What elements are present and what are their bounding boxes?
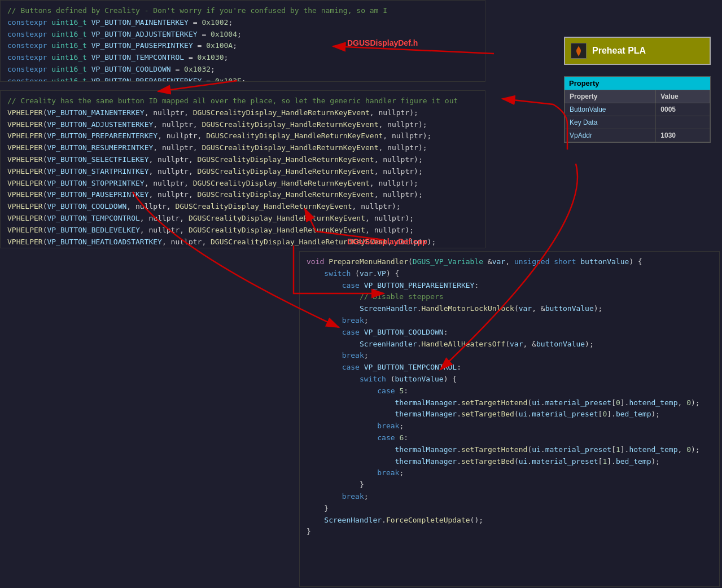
prop-value-keydata — [656, 116, 710, 129]
code-bot-26: } — [307, 503, 712, 515]
code-bot-25: break; — [307, 491, 712, 503]
preheat-pla-button[interactable]: Preheat PLA — [564, 37, 711, 65]
flame-icon — [571, 43, 587, 59]
code-bot-2: switch (var.VP) { — [307, 268, 712, 280]
code-bot-4: // Disable steppers — [307, 291, 712, 303]
code-bot-20: case 6: — [307, 432, 712, 444]
code-content-bottom: void PrepareMenuHandler(DGUS_VP_Variable… — [300, 252, 719, 542]
code-bot-15: thermalManager.setTargetHotend(ui.materi… — [307, 397, 712, 409]
code-mid-4: VPHELPER(VP_BUTTON_RESUMEPRINTKEY, nullp… — [7, 142, 478, 154]
code-bot-28: ScreenHandler.ForceCompleteUpdate(); — [307, 515, 712, 526]
code-bot-8: case VP_BUTTON_COOLDOWN: — [307, 327, 712, 339]
code-line-4: constexpr uint16_t VP_BUTTON_TEMPCONTROL… — [7, 52, 478, 64]
label-dgus-h: DGUSDisplayDef.h — [347, 38, 418, 47]
prop-row-vpaddr: VpAddr 1030 — [565, 129, 710, 142]
prop-label-vpaddr: VpAddr — [565, 129, 656, 142]
code-mid-8: VPHELPER(VP_BUTTON_PAUSEPRINTKEY, nullpt… — [7, 189, 478, 201]
prop-label-keydata: Key Data — [565, 116, 656, 129]
col-value: Value — [656, 90, 710, 103]
code-bot-18: break; — [307, 420, 712, 432]
code-mid-1: VPHELPER(VP_BUTTON_MAINENTERKEY, nullptr… — [7, 107, 478, 119]
code-mid-5: VPHELPER(VP_BUTTON_SELECTFILEKEY, nullpt… — [7, 154, 478, 166]
code-bot-14: case 5: — [307, 385, 712, 397]
code-bot-24: } — [307, 479, 712, 491]
code-bot-13: switch (buttonValue) { — [307, 374, 712, 385]
prop-label-buttonvalue: ButtonValue — [565, 103, 656, 116]
code-bot-3: case VP_BUTTON_PREPAREENTERKEY: — [307, 280, 712, 292]
col-property: Property — [565, 90, 656, 103]
code-mid-comment: // Creality has the same button ID mappe… — [7, 95, 478, 107]
code-bot-12: case VP_BUTTON_TEMPCONTROL: — [307, 362, 712, 374]
prop-row-keydata: Key Data — [565, 116, 710, 129]
code-bot-9: ScreenHandler.HandleAllHeatersOff(var, &… — [307, 339, 712, 350]
code-bot-22: thermalManager.setTargetBed(ui.material_… — [307, 456, 712, 468]
code-mid-11: VPHELPER(VP_BUTTON_BEDLEVELKEY, nullptr,… — [7, 225, 478, 236]
property-panel: Property Property Value ButtonValue 0005… — [564, 76, 711, 143]
prop-value-buttonvalue: 0005 — [656, 103, 710, 116]
code-bot-16: thermalManager.setTargetBed(ui.material_… — [307, 409, 712, 420]
property-panel-title: Property — [565, 77, 710, 90]
code-bot-6: break; — [307, 315, 712, 327]
code-bot-21: thermalManager.setTargetHotend(ui.materi… — [307, 444, 712, 456]
prop-value-vpaddr: 1030 — [656, 129, 710, 142]
code-panel-bottom: void PrepareMenuHandler(DGUS_VP_Variable… — [299, 251, 720, 587]
code-mid-2: VPHELPER(VP_BUTTON_ADJUSTENTERKEY, nullp… — [7, 119, 478, 131]
code-line-6: constexpr uint16_t VP_BUTTON_PREPAREENTE… — [7, 76, 478, 82]
code-mid-3: VPHELPER(VP_BUTTON_PREPAREENTERKEY, null… — [7, 130, 478, 142]
property-table: Property Value ButtonValue 0005 Key Data… — [565, 90, 710, 142]
code-bot-29: } — [307, 526, 712, 538]
code-mid-7: VPHELPER(VP_BUTTON_STOPPRINTKEY, nullptr… — [7, 178, 478, 190]
code-mid-9: VPHELPER(VP_BUTTON_COOLDOWN, nullptr, DG… — [7, 201, 478, 213]
label-dgus-cpp: DGUSDisplayDef.cpp — [347, 237, 427, 246]
code-line-1: constexpr uint16_t VP_BUTTON_MAINENTERKE… — [7, 17, 478, 29]
code-content-mid-left: // Creality has the same button ID mappe… — [1, 91, 485, 248]
code-bot-1: void PrepareMenuHandler(DGUS_VP_Variable… — [307, 256, 712, 268]
code-mid-13: VPHELPER(VP_BUTTON_MOVEKEY, nullptr, DGU… — [7, 248, 478, 248]
code-mid-10: VPHELPER(VP_BUTTON_TEMPCONTROL, nullptr,… — [7, 213, 478, 225]
preheat-label: Preheat PLA — [592, 46, 646, 56]
code-bot-23: break; — [307, 467, 712, 479]
code-bot-10: break; — [307, 350, 712, 362]
code-panel-mid-left: // Creality has the same button ID mappe… — [0, 90, 485, 248]
code-line-comment: // Buttons defined by Creality - Don't w… — [7, 5, 478, 17]
code-mid-6: VPHELPER(VP_BUTTON_STARTPRINTKEY, nullpt… — [7, 166, 478, 178]
prop-row-buttonvalue: ButtonValue 0005 — [565, 103, 710, 116]
code-line-5: constexpr uint16_t VP_BUTTON_COOLDOWN = … — [7, 64, 478, 76]
code-bot-5: ScreenHandler.HandleMotorLockUnlock(var,… — [307, 303, 712, 315]
